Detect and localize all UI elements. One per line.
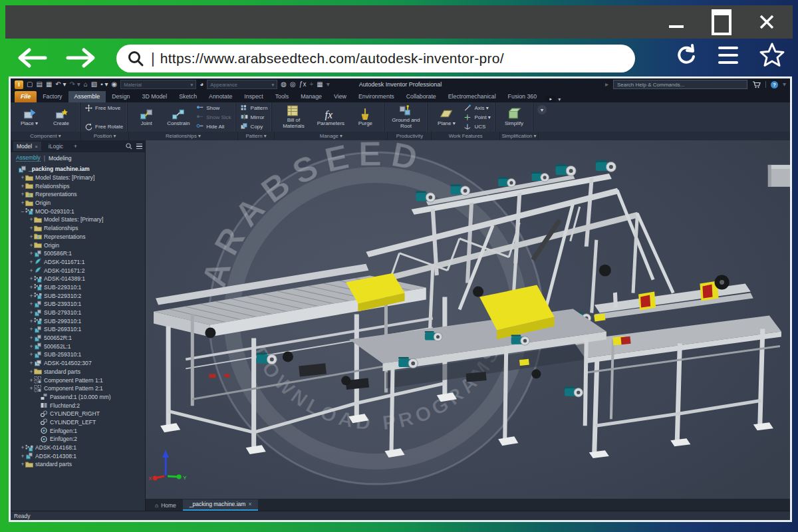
ribbon-tab-electromechanical[interactable]: Electromechanical — [442, 91, 502, 102]
address-bar[interactable]: | https://www.arabseedtech.com/autodesk-… — [116, 45, 635, 72]
ribbon-tab-environments[interactable]: Environments — [352, 91, 400, 102]
expander-icon[interactable]: + — [29, 233, 34, 240]
update-icon[interactable]: ◉ — [112, 81, 118, 88]
button-hide-all[interactable]: Hide All — [196, 122, 231, 130]
forward-button[interactable] — [65, 47, 97, 69]
panel-label-pattern[interactable]: Pattern ▾ — [238, 132, 275, 140]
button-create[interactable]: Create — [47, 108, 76, 127]
ribbon-tab-inspect[interactable]: Inspect — [238, 91, 269, 102]
minimize-button[interactable] — [665, 11, 688, 33]
expander-icon[interactable]: + — [29, 250, 34, 257]
expander-icon[interactable]: + — [20, 174, 25, 181]
assembly-mode-link[interactable]: Assembly — [16, 154, 41, 162]
measure-icon[interactable]: + — [309, 81, 313, 88]
tree-item-einf-gen-2[interactable]: Einfügen:2 — [11, 435, 145, 444]
ribbon-tab-fusion-360[interactable]: Fusion 360 — [502, 91, 543, 102]
expander-icon[interactable]: + — [20, 453, 25, 460]
appearance-select[interactable]: Appearance▾ — [207, 80, 277, 89]
ribbon-tab-view[interactable]: View — [328, 91, 352, 102]
material-select[interactable]: Material▾ — [120, 80, 196, 89]
bookmark-star-button[interactable] — [758, 41, 786, 69]
menu-button[interactable] — [718, 47, 738, 64]
button-joint[interactable]: Joint — [132, 108, 161, 127]
expander-icon[interactable]: + — [29, 334, 34, 341]
panel-menu-icon[interactable] — [136, 144, 142, 150]
button-simplify[interactable]: Simplify — [499, 108, 529, 127]
tree-item-relationships[interactable]: +Relationships — [11, 224, 145, 233]
expander-icon[interactable]: + — [29, 318, 34, 325]
expander-icon[interactable]: + — [29, 377, 34, 384]
tree-item-500652l-1[interactable]: +500652L:1 — [11, 342, 145, 350]
tree-item-sub-299310-1[interactable]: +SUB-299310:1 — [11, 317, 145, 325]
button-ground-and-root[interactable]: Ground and Root — [388, 104, 423, 130]
ribbon-tab-collaborate[interactable]: Collaborate — [400, 91, 442, 102]
tree-item-adsk-011671-2[interactable]: +ADSK-011671:2 — [11, 266, 145, 275]
ribbon-tab-factory[interactable]: Factory — [37, 91, 68, 102]
ribbon-tab-design[interactable]: Design — [106, 91, 136, 102]
3d-viewport[interactable]: ARABSEED DOWNLOAD PROGRAMS — [146, 140, 790, 499]
tree-item-einf-gen-1[interactable]: Einfügen:1 — [11, 426, 145, 435]
tree-item-500652r-1[interactable]: +500652R:1 — [11, 334, 145, 342]
expander-icon[interactable]: + — [29, 267, 34, 274]
panel-label-component[interactable]: Component ▾ — [11, 132, 81, 140]
tab-ilogic[interactable]: iLogic — [45, 142, 66, 151]
expander-icon[interactable]: + — [29, 309, 34, 316]
button-point[interactable]: Point ▾ — [464, 113, 490, 121]
tree-item-origin[interactable]: +Origin — [11, 199, 145, 207]
publish-icon[interactable]: ▧ — [91, 81, 97, 88]
expander-icon[interactable]: + — [20, 191, 25, 198]
tree-item-representations[interactable]: +Representations — [11, 190, 145, 199]
tree-item-component-pattern-1-1[interactable]: +Component Pattern 1:1 — [11, 376, 145, 384]
save-icon[interactable]: ▦ — [46, 81, 52, 88]
button-constrain[interactable]: Constrain — [164, 108, 193, 127]
tree-item-sub-279310-1[interactable]: +SUB-279310:1 — [11, 309, 145, 317]
tree-item-cylinder-left[interactable]: CYLINDER_LEFT — [11, 418, 145, 427]
ribbon-tab-file[interactable]: File — [15, 91, 37, 102]
home-icon[interactable]: ⌂ — [84, 81, 88, 88]
tree-item-sub-259310-1[interactable]: +SUB-259310:1 — [11, 350, 145, 359]
tree-item-fluchtend-2[interactable]: Fluchtend:2 — [11, 401, 145, 410]
tree-item-component-pattern-2-1[interactable]: +Component Pattern 2:1 — [11, 384, 145, 393]
close-tab-icon[interactable]: × — [35, 144, 38, 150]
expander-icon[interactable]: + — [29, 293, 34, 299]
expander-icon[interactable]: + — [20, 183, 25, 190]
button-place[interactable]: Place ▾ — [15, 108, 44, 127]
help-button[interactable]: ? — [771, 81, 778, 88]
tab-media-button[interactable]: ▸▾ — [545, 96, 561, 102]
ribbon-tab-assemble[interactable]: Assemble — [68, 91, 106, 102]
expander-icon[interactable]: + — [29, 368, 34, 375]
expander-icon[interactable]: + — [29, 385, 34, 392]
tree-item-500586r-1[interactable]: +500586R:1 — [11, 249, 145, 258]
tree-item-mod-029310-1[interactable]: −MOD-029310:1 — [11, 207, 145, 215]
help-chevron-icon[interactable]: ▾ — [783, 81, 786, 88]
open-file-icon[interactable]: ▤ — [36, 81, 42, 88]
panel-label-productivity[interactable]: Productivity — [388, 132, 432, 140]
new-file-icon[interactable]: ▢ — [27, 81, 33, 88]
button-free-rotate[interactable]: Free Rotate — [84, 122, 123, 130]
ribbon-tab-3d-model[interactable]: 3D Model — [136, 91, 174, 102]
tree-item-model-states-primary[interactable]: +Model States: [Primary] — [11, 174, 145, 182]
expander-icon[interactable]: + — [29, 284, 34, 291]
expander-icon[interactable]: + — [20, 461, 25, 467]
tree-item-adsk-014389-1[interactable]: +ADSK-014389:1 — [11, 275, 145, 283]
redo-icon[interactable]: ↷ ▾ — [70, 81, 80, 88]
button-purge[interactable]: Purge — [350, 108, 380, 127]
close-doc-icon[interactable]: × — [248, 501, 251, 507]
expander-icon[interactable]: + — [29, 275, 34, 282]
tree-item-standard-parts[interactable]: +standard parts — [11, 368, 145, 376]
close-button[interactable] — [755, 11, 778, 33]
material-sphere-icon[interactable]: ◕ — [200, 81, 203, 88]
tab-model[interactable]: Model × — [13, 142, 41, 151]
button-ucs[interactable]: UCS — [464, 122, 490, 130]
panel-label-relationships[interactable]: Relationships ▾ — [129, 132, 237, 140]
doc-tab-home[interactable]: ⌂Home — [148, 501, 183, 511]
search-expand-icon[interactable]: ▸ — [605, 81, 608, 88]
ribbon-tab-tools[interactable]: Tools — [269, 91, 295, 102]
tree-item-sub-229310-1[interactable]: +SUB-229310:1 — [11, 283, 145, 292]
expander-icon[interactable]: + — [20, 200, 25, 206]
expander-icon[interactable]: + — [29, 301, 34, 307]
panel-search-icon[interactable] — [126, 143, 132, 150]
button-bill-of-materials[interactable]: Bill of Materials — [276, 104, 311, 130]
tree-item-model-states-primary[interactable]: +Model States: [Primary] — [11, 215, 145, 224]
tree-item-origin[interactable]: +Origin — [11, 241, 145, 249]
